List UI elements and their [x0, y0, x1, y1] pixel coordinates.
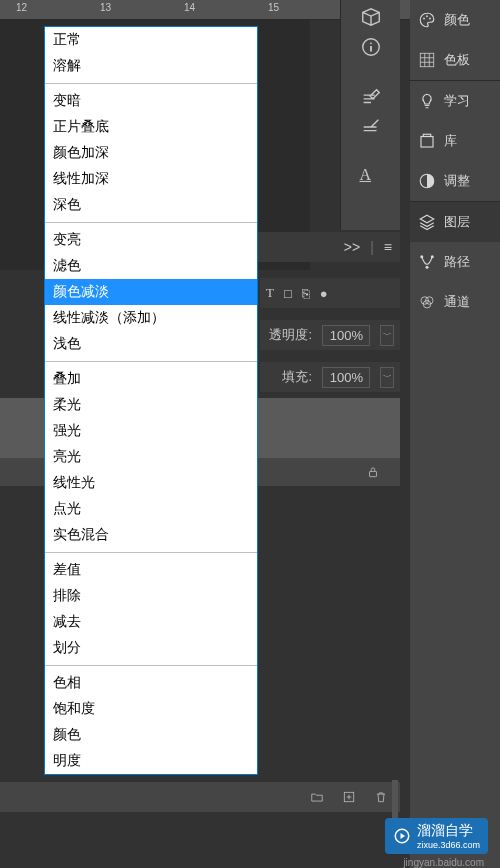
- trash-icon[interactable]: [374, 790, 388, 804]
- fill-dropdown-icon[interactable]: ﹀: [380, 367, 394, 388]
- blend-mode-item[interactable]: 饱和度: [45, 696, 257, 722]
- blend-mode-item[interactable]: 强光: [45, 418, 257, 444]
- panel-label: 学习: [444, 92, 470, 110]
- text-icon[interactable]: A: [360, 166, 382, 188]
- swatches-icon: [418, 51, 436, 69]
- svg-point-16: [426, 266, 429, 269]
- menu-icon[interactable]: ≡: [384, 239, 392, 255]
- brush-settings-icon[interactable]: [360, 86, 382, 108]
- fill-label: 填充:: [282, 368, 312, 386]
- blend-mode-item[interactable]: 柔光: [45, 392, 257, 418]
- panel-label: 调整: [444, 172, 470, 190]
- panel-libraries[interactable]: 库: [410, 121, 500, 161]
- channels-icon: [418, 293, 436, 311]
- layer-type-filters: T □ ⎘ ●: [260, 278, 400, 308]
- blend-mode-item[interactable]: 变亮: [45, 227, 257, 253]
- palette-icon: [418, 11, 436, 29]
- ruler-tick: 15: [268, 2, 279, 13]
- ruler-tick: 13: [100, 2, 111, 13]
- blend-mode-item[interactable]: 线性减淡（添加）: [45, 305, 257, 331]
- box3d-icon[interactable]: [360, 6, 382, 28]
- fill-row: 填充: 100% ﹀: [260, 362, 400, 392]
- brush-icon[interactable]: [360, 116, 382, 138]
- expand-icon[interactable]: >>: [344, 239, 360, 255]
- watermark: 溜溜自学 zixue.3d66.com jingyan.baidu.com: [385, 818, 488, 854]
- blend-mode-item[interactable]: 滤色: [45, 253, 257, 279]
- blend-mode-item[interactable]: 亮光: [45, 444, 257, 470]
- fill-value[interactable]: 100%: [322, 367, 370, 388]
- panel-channels[interactable]: 通道: [410, 282, 500, 322]
- opacity-value[interactable]: 100%: [322, 325, 370, 346]
- blend-mode-item[interactable]: 线性加深: [45, 166, 257, 192]
- folder-icon[interactable]: [310, 790, 324, 804]
- type-smart-icon[interactable]: ⎘: [302, 286, 310, 301]
- blend-mode-item[interactable]: 变暗: [45, 88, 257, 114]
- panel-label: 图层: [444, 213, 470, 231]
- blend-mode-item[interactable]: 深色: [45, 192, 257, 218]
- play-icon: [393, 827, 411, 845]
- opacity-row: 透明度: 100% ﹀: [260, 320, 400, 350]
- adjust-icon: [418, 172, 436, 190]
- blend-mode-item[interactable]: 点光: [45, 496, 257, 522]
- opacity-label: 透明度:: [269, 326, 312, 344]
- panel-color[interactable]: 颜色: [410, 0, 500, 40]
- paths-icon: [418, 253, 436, 271]
- blend-mode-dropdown[interactable]: 正常溶解变暗正片叠底颜色加深线性加深深色变亮滤色颜色减淡线性减淡（添加）浅色叠加…: [44, 26, 258, 775]
- panel-label: 通道: [444, 293, 470, 311]
- ruler-tick: 12: [16, 2, 27, 13]
- svg-point-5: [429, 18, 431, 20]
- blend-mode-item[interactable]: 减去: [45, 609, 257, 635]
- svg-point-3: [423, 18, 425, 20]
- blend-mode-item[interactable]: 差值: [45, 557, 257, 583]
- blend-mode-item[interactable]: 正常: [45, 27, 257, 53]
- lock-icon[interactable]: [366, 465, 380, 479]
- blend-mode-item[interactable]: 划分: [45, 635, 257, 661]
- svg-rect-6: [420, 53, 434, 67]
- blend-mode-item[interactable]: 颜色减淡: [45, 279, 257, 305]
- blend-mode-item[interactable]: 线性光: [45, 470, 257, 496]
- panel-label: 色板: [444, 51, 470, 69]
- watermark-brand: 溜溜自学: [417, 822, 480, 840]
- panel-learn[interactable]: 学习: [410, 81, 500, 121]
- layers-icon: [418, 213, 436, 231]
- svg-rect-12: [423, 134, 431, 136]
- svg-point-2: [370, 42, 372, 44]
- svg-rect-20: [370, 471, 377, 476]
- new-layer-icon[interactable]: [342, 790, 356, 804]
- panel-layers[interactable]: 图层: [410, 202, 500, 242]
- panel-adjustments[interactable]: 调整: [410, 161, 500, 201]
- collapsed-panel-icons: A: [340, 0, 400, 230]
- bulb-icon: [418, 92, 436, 110]
- panel-label: 路径: [444, 253, 470, 271]
- type-shape-icon[interactable]: □: [284, 286, 292, 301]
- blend-mode-item[interactable]: 色相: [45, 670, 257, 696]
- type-fill-icon[interactable]: ●: [320, 286, 328, 301]
- panel-paths[interactable]: 路径: [410, 242, 500, 282]
- blend-mode-item[interactable]: 排除: [45, 583, 257, 609]
- blend-mode-item[interactable]: 叠加: [45, 366, 257, 392]
- info-icon[interactable]: [360, 36, 382, 58]
- panel-label: 颜色: [444, 11, 470, 29]
- watermark-sub: zixue.3d66.com: [417, 840, 480, 850]
- blend-mode-item[interactable]: 颜色加深: [45, 140, 257, 166]
- watermark-url: jingyan.baidu.com: [403, 857, 484, 868]
- library-icon: [418, 132, 436, 150]
- opacity-dropdown-icon[interactable]: ﹀: [380, 325, 394, 346]
- blend-mode-item[interactable]: 明度: [45, 748, 257, 774]
- blend-mode-item[interactable]: 溶解: [45, 53, 257, 79]
- panel-swatches[interactable]: 色板: [410, 40, 500, 80]
- svg-point-4: [426, 15, 428, 17]
- blend-mode-item[interactable]: 颜色: [45, 722, 257, 748]
- panel-label: 库: [444, 132, 457, 150]
- blend-mode-item[interactable]: 正片叠底: [45, 114, 257, 140]
- ruler-tick: 14: [184, 2, 195, 13]
- layer-bottom-toolbar: [0, 782, 400, 812]
- blend-mode-item[interactable]: 实色混合: [45, 522, 257, 548]
- blend-mode-item[interactable]: 浅色: [45, 331, 257, 357]
- svg-rect-11: [421, 137, 433, 148]
- type-text-icon[interactable]: T: [266, 285, 274, 301]
- right-panels: 颜色 色板 学习 库 调整 图层 路径 通道: [410, 0, 500, 868]
